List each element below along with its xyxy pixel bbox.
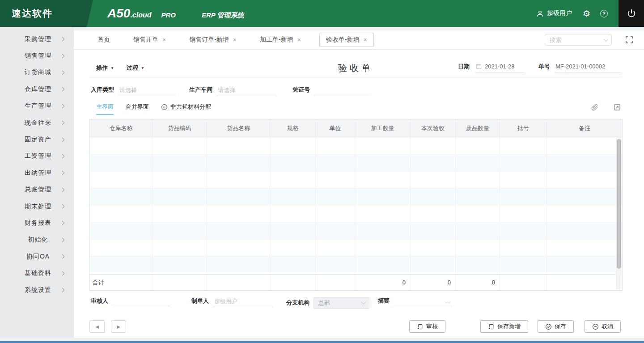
sidebar-item[interactable]: 出纳管理 — [0, 165, 74, 181]
table-cell[interactable] — [411, 205, 456, 222]
reviewer-field[interactable] — [112, 298, 170, 307]
settings-gear-icon[interactable]: ⚙ — [583, 9, 590, 18]
expand-grid-button[interactable] — [614, 104, 621, 111]
table-cell[interactable] — [500, 239, 547, 256]
table-cell[interactable] — [355, 171, 411, 188]
table-cell[interactable] — [456, 188, 500, 205]
table-cell[interactable] — [355, 222, 411, 239]
sidebar-item[interactable]: 协同OA — [0, 248, 74, 265]
table-cell[interactable] — [355, 154, 411, 171]
table-cell[interactable] — [456, 137, 500, 154]
table-cell[interactable] — [207, 222, 270, 239]
tab[interactable]: 销售订单-新增× — [184, 33, 242, 47]
sidebar-item[interactable]: 订货商城 — [0, 64, 74, 81]
scrollbar-thumb[interactable] — [617, 139, 621, 269]
table-cell[interactable] — [355, 239, 411, 256]
subtab[interactable]: 主界面 — [96, 103, 114, 115]
table-cell[interactable] — [547, 171, 622, 188]
table-row[interactable] — [90, 205, 622, 222]
table-row[interactable] — [90, 188, 622, 205]
table-cell[interactable] — [316, 188, 355, 205]
table-cell[interactable] — [547, 239, 622, 256]
table-cell[interactable] — [316, 239, 355, 256]
table-cell[interactable] — [207, 239, 270, 256]
table-cell[interactable] — [207, 256, 270, 273]
close-icon[interactable]: × — [162, 37, 166, 43]
table-cell[interactable] — [355, 256, 411, 273]
table-cell[interactable] — [456, 154, 500, 171]
table-cell[interactable] — [316, 137, 355, 154]
operation-menu[interactable]: 操作 ▼ — [96, 64, 114, 72]
sidebar-item[interactable]: 初始化 — [0, 232, 74, 248]
sidebar-item[interactable]: 仓库管理 — [0, 81, 74, 97]
save-button[interactable]: 保存 — [538, 320, 574, 333]
close-icon[interactable]: × — [364, 37, 367, 43]
table-cell[interactable] — [316, 171, 355, 188]
table-cell[interactable] — [153, 205, 207, 222]
table-cell[interactable] — [500, 154, 547, 171]
table-cell[interactable] — [90, 273, 153, 274]
table-cell[interactable] — [316, 154, 355, 171]
table-cell[interactable] — [153, 222, 207, 239]
table-cell[interactable] — [547, 154, 622, 171]
sidebar-item[interactable]: 现金往来 — [0, 114, 74, 131]
chevron-down-icon[interactable] — [604, 37, 608, 42]
table-cell[interactable] — [500, 205, 547, 222]
logout-power-button[interactable] — [619, 0, 644, 27]
table-cell[interactable] — [90, 188, 153, 205]
table-cell[interactable] — [500, 188, 547, 205]
table-cell[interactable] — [355, 188, 411, 205]
voucher-no-field[interactable] — [314, 87, 372, 96]
vertical-scrollbar[interactable] — [616, 137, 622, 289]
table-cell[interactable] — [270, 256, 316, 273]
table-row[interactable] — [90, 273, 622, 274]
next-record-button[interactable]: ▶ — [111, 320, 126, 333]
table-cell[interactable] — [355, 273, 411, 274]
save-and-new-button[interactable]: 保存新增 — [480, 320, 528, 333]
table-cell[interactable] — [456, 273, 500, 274]
table-cell[interactable] — [500, 273, 547, 274]
table-cell[interactable] — [270, 171, 316, 188]
sidebar-item[interactable]: 系统设置 — [0, 282, 74, 298]
table-cell[interactable] — [316, 256, 355, 273]
table-cell[interactable] — [207, 188, 270, 205]
table-row[interactable] — [90, 171, 622, 188]
process-menu[interactable]: 过程 ▼ — [127, 64, 144, 72]
tab[interactable]: 加工单-新增× — [255, 33, 306, 47]
table-cell[interactable] — [411, 273, 456, 274]
table-cell[interactable] — [90, 154, 153, 171]
close-icon[interactable]: × — [233, 37, 237, 43]
sidebar-item[interactable]: 期末处理 — [0, 198, 74, 215]
table-cell[interactable] — [547, 273, 622, 274]
table-cell[interactable] — [90, 256, 153, 273]
inbound-type-field[interactable] — [118, 87, 176, 96]
table-cell[interactable] — [411, 171, 456, 188]
table-cell[interactable] — [500, 256, 547, 273]
sidebar-item[interactable]: 工资管理 — [0, 148, 74, 165]
table-cell[interactable] — [153, 188, 207, 205]
table-cell[interactable] — [316, 205, 355, 222]
table-cell[interactable] — [500, 137, 547, 154]
table-cell[interactable] — [153, 256, 207, 273]
attachment-button[interactable] — [591, 104, 598, 111]
table-cell[interactable] — [270, 188, 316, 205]
table-cell[interactable] — [270, 222, 316, 239]
table-cell[interactable] — [316, 222, 355, 239]
table-cell[interactable] — [456, 239, 500, 256]
table-cell[interactable] — [207, 171, 270, 188]
summary-field[interactable] — [393, 298, 444, 307]
table-cell[interactable] — [456, 205, 500, 222]
tab[interactable]: 验收单-新增× — [319, 33, 374, 47]
table-cell[interactable] — [270, 239, 316, 256]
table-row[interactable] — [90, 137, 622, 154]
workshop-field[interactable] — [216, 87, 276, 96]
table-cell[interactable] — [270, 137, 316, 154]
table-row[interactable] — [90, 239, 622, 256]
table-row[interactable] — [90, 222, 622, 239]
subtab[interactable]: 非共耗材料分配 — [161, 103, 211, 115]
table-cell[interactable] — [500, 171, 547, 188]
sidebar-item[interactable]: 生产管理 — [0, 98, 74, 114]
table-cell[interactable] — [207, 273, 270, 274]
audit-button[interactable]: 审核 — [409, 320, 445, 333]
table-cell[interactable] — [411, 154, 456, 171]
